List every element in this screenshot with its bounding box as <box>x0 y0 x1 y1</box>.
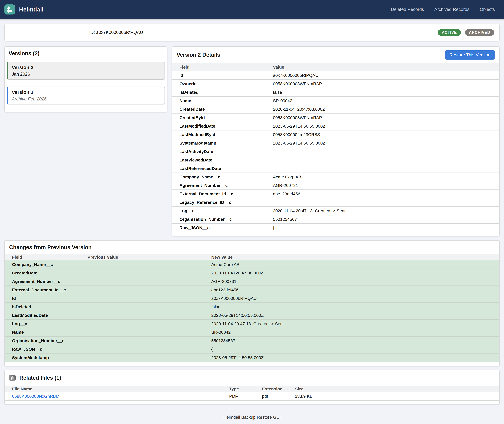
new-value-cell: 5501234567 <box>204 337 499 345</box>
nav-archived-records[interactable]: Archived Records <box>434 7 469 12</box>
table-row: Company_Name__cAcme Corp AB <box>172 173 499 181</box>
changes-col-previous: Previous Value <box>80 254 204 260</box>
field-value-cell <box>266 147 499 156</box>
file-name-cell: 0688K000003NxGnRBM <box>5 392 222 400</box>
table-row: Organisation_Number__c5501234567 <box>5 337 499 345</box>
brand: Heimdall <box>5 5 44 14</box>
table-row: LastViewedDate <box>172 156 499 164</box>
table-row: Company_Name__cAcme Corp AB <box>5 260 499 269</box>
new-value-cell: SR-00042 <box>204 328 499 337</box>
new-value-cell: AGR-200731 <box>204 277 499 286</box>
files-col-type: Type <box>222 386 255 392</box>
nav-objects[interactable]: Objects <box>480 7 495 12</box>
field-name-cell: Organisation_Number__c <box>172 215 266 224</box>
field-value-cell: a0x7K000000bRtPQAU <box>266 71 499 80</box>
field-value-cell <box>266 164 499 173</box>
field-value-cell: { <box>266 224 499 232</box>
status-badge-active: ACTIVE <box>438 29 461 36</box>
nav-deleted-records[interactable]: Deleted Records <box>391 7 424 12</box>
field-name-cell: Company_Name__c <box>5 260 80 269</box>
record-header-card: ID: a0x7K000000bRtPQAU ACTIVE ARCHIVED <box>4 24 500 41</box>
version-list-item[interactable]: Version 1Archive Feb 2026 <box>5 84 167 109</box>
table-row: External_Document_Id__cabc123def456 <box>5 286 499 294</box>
field-name-cell: Name <box>5 328 80 337</box>
new-value-cell: 2023-05-29T14:50:55.000Z <box>204 353 499 362</box>
details-table: Field Value Ida0x7K000000bRtPQAUOwnerId0… <box>172 63 499 232</box>
field-name-cell: Name <box>172 96 266 105</box>
brand-title: Heimdall <box>19 6 44 13</box>
details-table-header-row: Field Value <box>172 63 499 71</box>
files-header: Related Files (1) <box>5 370 499 386</box>
details-header: Version 2 Details Restore This Version <box>172 47 499 63</box>
previous-value-cell <box>80 328 204 337</box>
files-table-header-row: File Name Type Extension Size <box>5 386 499 392</box>
file-extension-cell: pdf <box>255 392 287 400</box>
changes-col-field: Field <box>5 254 80 260</box>
table-row: Raw_JSON__c{ <box>172 224 499 232</box>
field-value-cell: 0058K000003WFNmRAP <box>266 113 499 122</box>
heimdall-logo-icon <box>5 5 15 14</box>
field-name-cell: CreatedById <box>172 113 266 122</box>
versions-panel: Versions (2) Version 2Jan 2026Version 1A… <box>4 46 167 112</box>
table-row: Agreement_Number__cAGR-200731 <box>172 181 499 190</box>
field-value-cell: 0058K000004m23CRBS <box>266 130 499 139</box>
field-name-cell: External_Document_Id__c <box>5 286 80 294</box>
restore-version-button[interactable]: Restore This Version <box>445 50 495 60</box>
versions-list: Version 2Jan 2026Version 1Archive Feb 20… <box>5 59 167 109</box>
changes-col-new: New Value <box>204 254 499 260</box>
field-name-cell: Company_Name__c <box>172 173 266 181</box>
version-list-item[interactable]: Version 2Jan 2026 <box>5 59 167 84</box>
previous-value-cell <box>80 277 204 286</box>
file-size-cell: 333,9 KB <box>287 392 499 400</box>
changes-table-header-row: Field Previous Value New Value <box>5 254 499 260</box>
table-row: SystemModstamp2023-05-29T14:50:55.000Z <box>172 139 499 147</box>
table-row: External_Document_Id__cabc123def456 <box>172 190 499 198</box>
field-name-cell: IsDeleted <box>5 303 80 311</box>
previous-value-cell <box>80 303 204 311</box>
new-value-cell: 2023-05-29T14:50:55.000Z <box>204 311 499 319</box>
details-title: Version 2 Details <box>176 52 220 58</box>
field-name-cell: Raw_JSON__c <box>172 224 266 232</box>
table-row: IsDeletedfalse <box>172 88 499 96</box>
version-subtitle: Archive Feb 2026 <box>12 96 161 102</box>
changes-table: Field Previous Value New Value Company_N… <box>5 254 499 362</box>
version-details-panel: Version 2 Details Restore This Version F… <box>172 46 500 236</box>
file-link[interactable]: 0688K000003NxGnRBM <box>12 394 59 399</box>
field-name-cell: Agreement_Number__c <box>5 277 80 286</box>
files-table: File Name Type Extension Size 0688K00000… <box>5 386 499 401</box>
table-row: Legacy_Reference_ID__c <box>172 198 499 206</box>
field-name-cell: OwnerId <box>172 80 266 88</box>
field-value-cell: Acme Corp AB <box>266 173 499 181</box>
changes-header: Changes from Previous Version <box>5 241 499 254</box>
table-row: CreatedDate2020-11-04T20:47:08.000Z <box>5 269 499 277</box>
files-col-name: File Name <box>5 386 222 392</box>
field-name-cell: CreatedDate <box>172 105 266 113</box>
record-id: ID: a0x7K000000bRtPQAU <box>89 30 143 35</box>
table-row: LastModifiedDate2023-05-29T14:50:55.000Z <box>172 122 499 130</box>
field-name-cell: SystemModstamp <box>5 353 80 362</box>
main-row: Versions (2) Version 2Jan 2026Version 1A… <box>4 46 500 236</box>
table-row: Raw_JSON__c{ <box>5 345 499 353</box>
previous-value-cell <box>80 319 204 328</box>
version-title: Version 1 <box>12 89 161 95</box>
details-col-field: Field <box>172 63 266 71</box>
changes-panel: Changes from Previous Version Field Prev… <box>4 240 500 366</box>
files-col-size: Size <box>287 386 499 392</box>
table-row: NameSR-00042 <box>5 328 499 337</box>
field-value-cell <box>266 156 499 164</box>
field-value-cell: abc123def456 <box>266 190 499 198</box>
new-value-cell: 2020-11-04 20:47:13: Created -> Sent <box>204 319 499 328</box>
field-name-cell: Raw_JSON__c <box>5 345 80 353</box>
field-value-cell: AGR-200731 <box>266 181 499 190</box>
version-card: Version 1Archive Feb 2026 <box>7 87 165 105</box>
field-value-cell <box>266 198 499 206</box>
paperclip-icon <box>9 375 16 381</box>
table-row: LastModifiedDate2023-05-29T14:50:55.000Z <box>5 311 499 319</box>
previous-value-cell <box>80 294 204 303</box>
footer-text: Heimdall Backup Restore GUI <box>4 415 500 420</box>
field-name-cell: LastViewedDate <box>172 156 266 164</box>
field-value-cell: 2020-11-04 20:47:13: Created -> Sent <box>266 206 499 215</box>
files-title: Related Files (1) <box>19 375 61 381</box>
version-subtitle: Jan 2026 <box>12 72 161 77</box>
field-name-cell: Log__c <box>172 206 266 215</box>
